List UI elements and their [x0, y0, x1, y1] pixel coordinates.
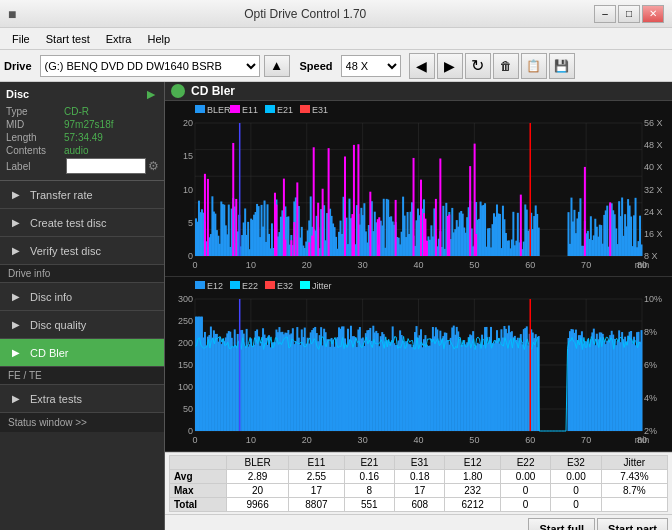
menu-start-test[interactable]: Start test [38, 31, 98, 47]
total-e12: 6212 [445, 498, 500, 512]
sidebar-item-create-test-disc[interactable]: ▶ Create test disc [0, 209, 164, 237]
total-e31: 608 [395, 498, 445, 512]
drivebar: Drive (G:) BENQ DVD DD DW1640 BSRB ▲ Spe… [0, 50, 672, 82]
sidebar-item-cd-bler[interactable]: ▶ CD Bler [0, 339, 164, 367]
eject-button[interactable]: ▲ [264, 55, 290, 77]
bottom-chart [165, 277, 672, 451]
max-e21: 8 [344, 484, 394, 498]
disc-label-input[interactable] [66, 158, 146, 174]
sidebar-item-label: Disc quality [30, 319, 86, 331]
max-e22: 0 [500, 484, 550, 498]
table-row-total: Total 9966 8807 551 608 6212 0 0 [170, 498, 668, 512]
total-e22: 0 [500, 498, 550, 512]
cd-bler-icon: ▶ [8, 345, 24, 361]
max-e12: 232 [445, 484, 500, 498]
disc-label-label: Label [6, 161, 64, 172]
content-area: CD Bler BLER E11 E21 [165, 82, 672, 530]
sidebar-item-transfer-rate[interactable]: ▶ Transfer rate [0, 181, 164, 209]
sidebar-item-label: Extra tests [30, 393, 82, 405]
max-bler: 20 [226, 484, 288, 498]
sidebar-item-extra-tests[interactable]: ▶ Extra tests [0, 385, 164, 413]
avg-bler: 2.89 [226, 470, 288, 484]
speed-select[interactable]: 48 X 8 X 16 X 24 X 32 X 40 X [341, 55, 401, 77]
minimize-button[interactable]: – [594, 5, 616, 23]
total-jitter [601, 498, 667, 512]
status-window-label[interactable]: Status window >> [0, 413, 164, 432]
sidebar-item-verify-test-disc[interactable]: ▶ Verify test disc [0, 237, 164, 265]
avg-e32: 0.00 [551, 470, 601, 484]
charts-area [165, 101, 672, 452]
sidebar-item-label: CD Bler [30, 347, 69, 359]
close-button[interactable]: ✕ [642, 5, 664, 23]
start-part-button[interactable]: Start part [597, 518, 668, 531]
restore-button[interactable]: □ [618, 5, 640, 23]
col-e21: E21 [344, 456, 394, 470]
sidebar-item-label: Verify test disc [30, 245, 101, 257]
titlebar: ■ Opti Drive Control 1.70 – □ ✕ [0, 0, 672, 28]
row-avg-label: Avg [170, 470, 227, 484]
disc-arrow-button[interactable]: ► [144, 86, 158, 102]
start-buttons: Start full Start part [528, 518, 668, 531]
disc-mid-label: MID [6, 119, 64, 130]
avg-e11: 2.55 [289, 470, 344, 484]
copy-button[interactable]: 📋 [521, 53, 547, 79]
col-jitter: Jitter [601, 456, 667, 470]
menu-file[interactable]: File [4, 31, 38, 47]
avg-jitter: 7.43% [601, 470, 667, 484]
fe-te-section: FE / TE [0, 367, 164, 385]
col-empty [170, 456, 227, 470]
disc-mid-value: 97m27s18f [64, 119, 113, 130]
sidebar-item-label: Create test disc [30, 217, 106, 229]
bottom-bar: Start full Start part [165, 514, 672, 530]
toolbar-buttons: ◀ ▶ ↻ 🗑 📋 💾 [409, 53, 575, 79]
disc-type-value: CD-R [64, 106, 89, 117]
sidebar: Disc ► Type CD-R MID 97m27s18f Length 57… [0, 82, 165, 530]
table-row-avg: Avg 2.89 2.55 0.16 0.18 1.80 0.00 0.00 7… [170, 470, 668, 484]
col-e11: E11 [289, 456, 344, 470]
forward-button[interactable]: ▶ [437, 53, 463, 79]
avg-e31: 0.18 [395, 470, 445, 484]
col-e22: E22 [500, 456, 550, 470]
sidebar-item-label: Transfer rate [30, 189, 93, 201]
disc-quality-icon: ▶ [8, 317, 24, 333]
drive-select[interactable]: (G:) BENQ DVD DD DW1640 BSRB [40, 55, 260, 77]
disc-length-value: 57:34.49 [64, 132, 103, 143]
sidebar-item-disc-quality[interactable]: ▶ Disc quality [0, 311, 164, 339]
app-title: Opti Drive Control 1.70 [16, 7, 594, 21]
erase-button[interactable]: 🗑 [493, 53, 519, 79]
drive-label: Drive [4, 60, 32, 72]
app-icon: ■ [8, 6, 16, 22]
row-max-label: Max [170, 484, 227, 498]
window-controls: – □ ✕ [594, 5, 664, 23]
disc-info-icon: ▶ [8, 289, 24, 305]
total-e11: 8807 [289, 498, 344, 512]
main-area: Disc ► Type CD-R MID 97m27s18f Length 57… [0, 82, 672, 530]
col-e32: E32 [551, 456, 601, 470]
col-e12: E12 [445, 456, 500, 470]
sidebar-item-disc-info[interactable]: ▶ Disc info [0, 283, 164, 311]
max-e11: 17 [289, 484, 344, 498]
total-e32: 0 [551, 498, 601, 512]
back-button[interactable]: ◀ [409, 53, 435, 79]
chart-header: CD Bler [165, 82, 672, 101]
avg-e12: 1.80 [445, 470, 500, 484]
refresh-button[interactable]: ↻ [465, 53, 491, 79]
menubar: File Start test Extra Help [0, 28, 672, 50]
extra-tests-icon: ▶ [8, 391, 24, 407]
col-bler: BLER [226, 456, 288, 470]
disc-type-label: Type [6, 106, 64, 117]
menu-extra[interactable]: Extra [98, 31, 140, 47]
drive-info-section: Drive info [0, 265, 164, 283]
data-table: BLER E11 E21 E31 E12 E22 E32 Jitter Avg … [169, 455, 668, 512]
max-e32: 0 [551, 484, 601, 498]
disc-contents-value: audio [64, 145, 88, 156]
verify-disc-icon: ▶ [8, 243, 24, 259]
total-e21: 551 [344, 498, 394, 512]
total-bler: 9966 [226, 498, 288, 512]
max-e31: 17 [395, 484, 445, 498]
disc-gear-icon[interactable]: ⚙ [148, 159, 159, 173]
chart-icon [171, 84, 185, 98]
save-button[interactable]: 💾 [549, 53, 575, 79]
menu-help[interactable]: Help [139, 31, 178, 47]
start-full-button[interactable]: Start full [528, 518, 595, 531]
